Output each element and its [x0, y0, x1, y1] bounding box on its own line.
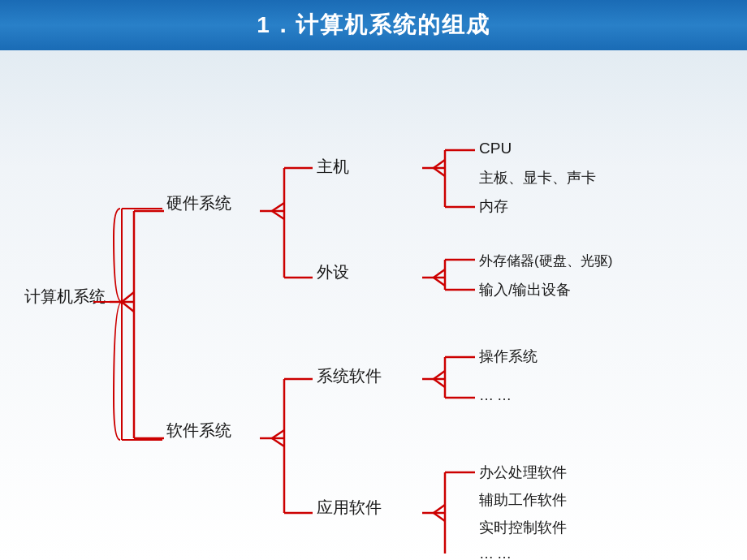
svg-line-27 — [434, 168, 445, 176]
slide: 1．计算机系统的组成 计算机系统 硬件系统 软件系统 主机 外设 系统软件 应用… — [0, 0, 747, 560]
svg-line-39 — [434, 379, 445, 387]
svg-line-21 — [272, 438, 284, 446]
svg-line-38 — [434, 371, 445, 379]
svg-line-15 — [272, 211, 284, 219]
svg-line-45 — [434, 513, 445, 521]
content-area: 计算机系统 硬件系统 软件系统 主机 外设 系统软件 应用软件 CPU 主板、显… — [0, 50, 747, 560]
tree-lines — [16, 75, 739, 554]
title-bar: 1．计算机系统的组成 — [0, 0, 747, 50]
svg-line-33 — [434, 278, 445, 286]
tree-container: 计算机系统 硬件系统 软件系统 主机 外设 系统软件 应用软件 CPU 主板、显… — [16, 75, 739, 554]
svg-line-44 — [434, 505, 445, 513]
svg-line-9 — [122, 302, 134, 312]
slide-title: 1．计算机系统的组成 — [257, 12, 490, 37]
svg-line-14 — [272, 203, 284, 211]
svg-line-26 — [434, 160, 445, 168]
svg-line-8 — [122, 292, 134, 302]
svg-line-32 — [434, 269, 445, 278]
svg-line-20 — [272, 430, 284, 438]
